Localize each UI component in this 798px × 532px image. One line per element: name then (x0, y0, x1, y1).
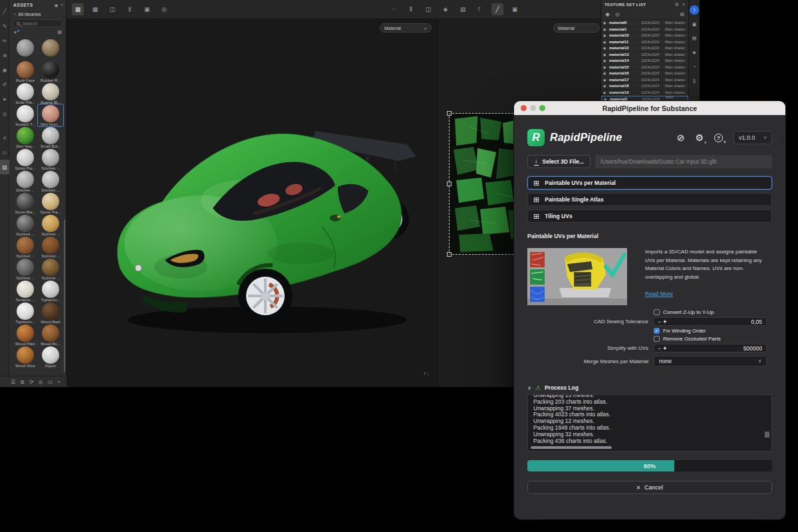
mode-button[interactable]: ⊞ Paintable UVs per Material (527, 176, 772, 190)
process-log-box[interactable]: Unwrapping 13 meshes.Packing 203 charts … (527, 394, 772, 452)
material-thumbnail[interactable]: Stylized ... (13, 214, 38, 236)
checkbox-checked[interactable]: ✓ (654, 328, 660, 334)
refresh-icon[interactable]: ⟳ (29, 379, 34, 385)
screenshot-icon[interactable]: ▣ (509, 3, 521, 15)
shelf-icon[interactable]: ▤ (690, 35, 698, 43)
projection-tool-icon[interactable]: ✏ (0, 33, 9, 48)
texture-set-row[interactable]: ◉ material11 1024x1024 Main shader (601, 39, 688, 46)
folder-icon[interactable]: ▭ (48, 379, 53, 385)
material-picker-tool-icon[interactable]: ◎ (0, 106, 9, 121)
visibility-eye-icon[interactable]: ◉ (603, 46, 609, 50)
decrement-button[interactable]: − (654, 319, 662, 325)
library-selector[interactable]: › All libraries (9, 10, 66, 19)
history-icon[interactable]: ◔ (690, 63, 698, 70)
material-thumbnail[interactable]: Skin Veg... (13, 126, 38, 148)
material-thumbnail[interactable]: Spray Pai... (13, 148, 38, 170)
material-thumbnail[interactable]: Scratch T... (13, 104, 38, 126)
material-thumbnail[interactable]: Tightenin... (13, 302, 38, 324)
decrement-button[interactable]: − (654, 345, 662, 352)
cad-sewing-tolerance-stepper[interactable]: − + 0,05 (654, 317, 767, 326)
visibility-eye-icon[interactable]: ◉ (603, 65, 609, 69)
plugin-icon[interactable]: ▨ (0, 160, 9, 174)
mode-button[interactable]: ⊞ Tiling UVs (527, 209, 772, 223)
symmetry-icon[interactable]: ⊻ (124, 3, 136, 15)
texture-set-row[interactable]: ◉ material18 1024x1024 Main shader (601, 83, 688, 90)
material-thumbnail[interactable]: Zipper A... (13, 368, 38, 368)
dock-icon[interactable]: ▣ (55, 3, 59, 7)
pause-engine-icon[interactable]: Ⅱ (405, 3, 417, 15)
paint-mode-icon[interactable]: ╱ (491, 3, 503, 15)
close-icon[interactable]: × (682, 2, 685, 7)
visibility-eye-icon[interactable]: ◉ (603, 59, 609, 63)
viewer-settings-icon[interactable]: ▭ (0, 145, 9, 160)
assets-scrollbar[interactable] (64, 219, 65, 372)
eraser-tool-icon[interactable]: ✎ (0, 19, 9, 33)
texture-set-row[interactable]: ◉ material15 1024x1024 Main shader (601, 65, 688, 71)
convert-zup-option[interactable]: Convert Z-Up to Y-Up (654, 309, 767, 315)
shader-settings-icon[interactable]: ◈ (690, 49, 698, 57)
material-thumbnail[interactable]: Wood Ro... (38, 324, 63, 346)
log-vertical-scrollbar[interactable] (765, 432, 769, 438)
uv-material-dropdown[interactable]: Material (553, 23, 600, 33)
material-thumbnail[interactable]: Stylized ... (38, 236, 63, 258)
material-thumbnail[interactable]: Scarce Bl... (38, 82, 63, 104)
material-thumbnail[interactable] (38, 39, 63, 61)
log-horizontal-scrollbar[interactable] (531, 446, 612, 449)
cancel-button[interactable]: × Cancel (527, 481, 772, 494)
split-view-icon[interactable]: ◫ (106, 3, 118, 15)
visibility-eye-icon[interactable]: ◉ (603, 53, 609, 57)
material-thumbnail[interactable]: Stone Tra... (38, 192, 63, 214)
material-thumbnail[interactable]: Stylized ... (38, 214, 63, 236)
viewport-info-icon[interactable]: i ↓ (424, 370, 429, 376)
material-thumbnail[interactable]: Stitches ... (38, 148, 63, 170)
solo-view-icon[interactable]: ◎ (615, 11, 620, 17)
mirror-icon[interactable]: ◫ (422, 3, 434, 15)
settings-gear-icon[interactable]: ⚙∨ (695, 132, 704, 143)
texture-set-row[interactable]: ◉ material16 1024x1024 Main shader (601, 70, 688, 77)
merge-meshes-dropdown[interactable]: none ∨ (654, 356, 767, 366)
show-all-icon[interactable]: ◉ (605, 11, 610, 17)
camera-icon[interactable]: ▤ (457, 3, 469, 15)
simplify-with-uvs-value[interactable]: 500000 (670, 345, 766, 352)
texture-set-row[interactable]: ◉ material1 1024x1024 Main shader (601, 27, 688, 33)
simplify-with-uvs-stepper[interactable]: − + 500000 (654, 344, 767, 352)
material-thumbnail[interactable]: Stylized ... (13, 258, 38, 280)
polygon-fill-tool-icon[interactable]: ⊕ (0, 48, 9, 63)
texture-set-row[interactable]: ◉ material13 1024x1024 Main shader (601, 52, 688, 59)
increment-button[interactable]: + (662, 319, 669, 325)
list-view-icon[interactable]: ☰ (11, 379, 15, 385)
material-thumbnail[interactable]: Rock Face (13, 61, 38, 82)
visibility-eye-icon[interactable]: ◉ (603, 27, 609, 31)
mode-button[interactable]: ⊞ Paintable Single Atlas (527, 193, 772, 206)
material-thumbnail[interactable]: Stitches ... (13, 170, 38, 192)
quick-mask-icon[interactable]: # (0, 130, 9, 145)
remove-occluded-parts-option[interactable]: Remove Occluded Parts (654, 336, 767, 342)
material-thumbnail[interactable]: Zipper (38, 346, 63, 368)
visibility-eye-icon[interactable]: ◉ (604, 97, 610, 101)
visibility-eye-icon[interactable]: ◉ (603, 78, 609, 82)
pipeline-icon[interactable]: § (690, 76, 698, 84)
material-thumbnail[interactable]: Stitches ... (38, 170, 63, 192)
deselect-icon[interactable]: + (388, 3, 400, 15)
material-thumbnail[interactable]: Small Bul... (38, 126, 63, 148)
share-export-icon[interactable]: ↑ (690, 5, 699, 15)
display-settings-icon[interactable]: ▣ (690, 21, 698, 29)
texture-set-row[interactable]: ◉ material12 1024x1024 Main shader (601, 45, 688, 52)
viewport-material-dropdown[interactable]: Material ∨ (380, 23, 432, 33)
texture-set-row[interactable]: ◉ material0 1024x1024 Main shader (601, 20, 688, 27)
smudge-tool-icon[interactable]: ◉ (0, 63, 9, 77)
visibility-eye-icon[interactable]: ◉ (603, 21, 609, 25)
panel-settings-icon[interactable]: ⚙ (675, 2, 679, 7)
file-path-field[interactable]: /Users/hue/Downloads/Gusto Car Input 3D.… (595, 155, 772, 168)
visibility-eye-icon[interactable]: ◉ (603, 33, 609, 37)
target-icon[interactable]: ◎ (39, 379, 43, 385)
version-dropdown[interactable]: v1.0.0 ∨ (733, 131, 772, 144)
particles-tool-icon[interactable]: ➤ (0, 92, 9, 106)
fix-winding-order-option[interactable]: ✓ Fix Winding Order (654, 328, 767, 334)
material-thumbnail[interactable]: Skin Hum... (38, 104, 63, 126)
texture-set-row[interactable]: ◉ material14 1024x1024 Main shader (601, 58, 688, 65)
dashboard-icon[interactable]: ⊘ (677, 132, 685, 143)
material-thumbnail[interactable] (13, 39, 38, 61)
help-icon[interactable]: ?∨ (714, 134, 723, 142)
frame-icon[interactable]: ▣ (141, 3, 153, 15)
